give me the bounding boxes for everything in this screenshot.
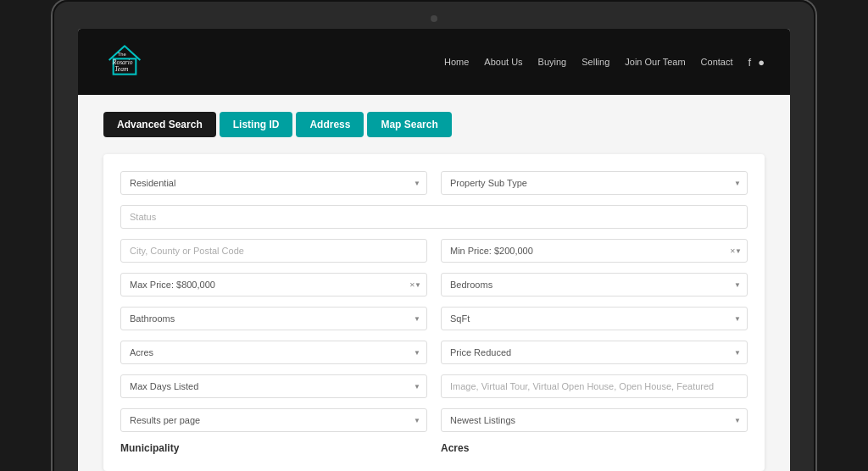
- form-row-8: Results per page Newest Listings: [120, 408, 748, 432]
- logo: The Rosario Team: [103, 39, 146, 85]
- residential-select[interactable]: Residential: [120, 171, 427, 195]
- screen-bezel: The Rosario Team Home About Us Buying Se…: [53, 0, 815, 471]
- min-price-select[interactable]: Min Price: $200,000: [441, 239, 748, 263]
- max-days-field: Max Days Listed: [120, 374, 427, 398]
- tab-advanced-search[interactable]: Advanced Search: [103, 112, 216, 137]
- results-per-page-field: Results per page: [120, 408, 427, 432]
- status-input[interactable]: [120, 205, 748, 229]
- bedrooms-select[interactable]: Bedrooms: [441, 273, 748, 296]
- instagram-icon[interactable]: ●: [758, 56, 765, 69]
- city-input[interactable]: [120, 239, 427, 263]
- nav-links: Home About Us Buying Selling Join Our Te…: [444, 56, 765, 69]
- acres-select[interactable]: Acres: [120, 341, 427, 364]
- features-input[interactable]: [441, 374, 748, 398]
- max-days-select[interactable]: Max Days Listed: [120, 374, 427, 398]
- newest-listings-field: Newest Listings: [441, 408, 748, 432]
- logo-svg: The Rosario Team: [103, 39, 146, 81]
- status-field: [120, 205, 748, 229]
- form-row-3: Min Price: $200,000: [120, 239, 748, 263]
- facebook-icon[interactable]: f: [748, 56, 752, 69]
- form-row-2: [120, 205, 748, 229]
- social-links: f ●: [748, 56, 765, 69]
- features-field: [441, 374, 748, 398]
- newest-listings-select[interactable]: Newest Listings: [441, 408, 748, 432]
- search-tabs: Advanced Search Listing ID Address Map S…: [103, 112, 765, 137]
- property-sub-type-field: Property Sub Type: [441, 171, 748, 195]
- municipality-label: Municipality: [120, 442, 427, 454]
- nav-home[interactable]: Home: [444, 57, 469, 67]
- results-per-page-select[interactable]: Results per page: [120, 408, 427, 432]
- svg-text:The: The: [118, 52, 126, 57]
- form-row-6: Acres Price Reduced: [120, 341, 748, 364]
- nav-buying[interactable]: Buying: [538, 57, 567, 67]
- form-row-1: Residential Property Sub Type: [120, 171, 748, 195]
- search-form: Residential Property Sub Type: [103, 154, 765, 471]
- laptop-container: The Rosario Team Home About Us Buying Se…: [53, 0, 815, 471]
- max-price-field: Max Price: $800,000: [120, 273, 427, 296]
- residential-field: Residential: [120, 171, 427, 195]
- acres-label: Acres: [441, 442, 748, 454]
- max-price-select[interactable]: Max Price: $800,000: [120, 273, 427, 296]
- nav-join[interactable]: Join Our Team: [625, 57, 685, 67]
- site-navigation: The Rosario Team Home About Us Buying Se…: [78, 29, 790, 95]
- bathrooms-field: Bathrooms: [120, 307, 427, 330]
- form-row-7: Max Days Listed: [120, 374, 748, 398]
- price-reduced-field: Price Reduced: [441, 341, 748, 364]
- svg-text:Team: Team: [114, 65, 129, 73]
- tab-listing-id[interactable]: Listing ID: [220, 112, 293, 137]
- nav-contact[interactable]: Contact: [701, 57, 733, 67]
- form-row-5: Bathrooms SqFt: [120, 307, 748, 330]
- form-row-4: Max Price: $800,000 Bedrooms: [120, 273, 748, 296]
- sqft-field: SqFt: [441, 307, 748, 330]
- nav-selling[interactable]: Selling: [581, 57, 609, 67]
- sqft-select[interactable]: SqFt: [441, 307, 748, 330]
- min-price-field: Min Price: $200,000: [441, 239, 748, 263]
- acres-field: Acres: [120, 341, 427, 364]
- price-reduced-select[interactable]: Price Reduced: [441, 341, 748, 364]
- property-sub-type-select[interactable]: Property Sub Type: [441, 171, 748, 195]
- camera: [431, 15, 437, 22]
- city-field: [120, 239, 427, 263]
- tab-map-search[interactable]: Map Search: [367, 112, 451, 137]
- tab-address[interactable]: Address: [296, 112, 364, 137]
- nav-about[interactable]: About Us: [484, 57, 522, 67]
- screen: The Rosario Team Home About Us Buying Se…: [78, 29, 790, 471]
- bedrooms-field: Bedrooms: [441, 273, 748, 296]
- form-label-row: Municipality Acres: [120, 442, 748, 454]
- bathrooms-select[interactable]: Bathrooms: [120, 307, 427, 330]
- main-content: Advanced Search Listing ID Address Map S…: [78, 95, 790, 471]
